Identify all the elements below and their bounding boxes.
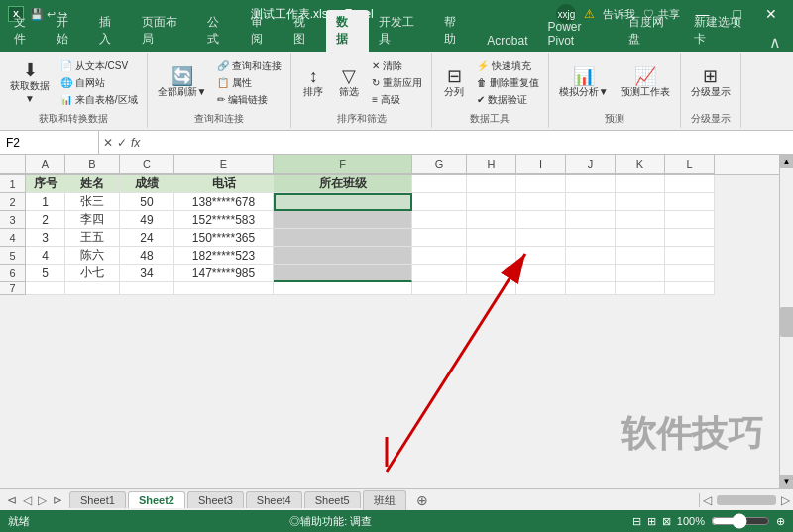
cell-k7[interactable] — [616, 282, 665, 295]
zoom-slider[interactable] — [711, 513, 770, 529]
cell-c7[interactable] — [120, 282, 174, 295]
tab-acrobat[interactable]: Acrobat — [477, 30, 537, 52]
cell-e2[interactable]: 138*****678 — [174, 193, 274, 211]
cell-i1[interactable] — [516, 175, 566, 193]
scroll-up[interactable]: ▲ — [780, 155, 794, 168]
advanced-btn[interactable]: ≡ 高级 — [369, 92, 425, 108]
add-sheet-btn[interactable]: ⊕ — [408, 490, 436, 510]
cell-i7[interactable] — [516, 282, 566, 295]
sort-btn[interactable]: ↕ 排序 — [297, 65, 329, 101]
properties-btn[interactable]: 📋 属性 — [214, 75, 284, 91]
zoom-in[interactable]: ⊕ — [776, 515, 785, 528]
cell-c6[interactable]: 34 — [120, 265, 174, 282]
cell-i3[interactable] — [516, 211, 566, 229]
outline-btn[interactable]: ⊞ 分级显示 — [687, 65, 735, 101]
cell-c3[interactable]: 49 — [120, 211, 174, 229]
cell-f3[interactable] — [274, 211, 412, 229]
cell-c4[interactable]: 24 — [120, 229, 174, 247]
cell-i5[interactable] — [516, 247, 566, 265]
cell-g2[interactable] — [412, 193, 467, 211]
view-page[interactable]: ⊠ — [662, 515, 671, 528]
tell-me[interactable]: 告诉我 — [603, 7, 635, 22]
col-header-i[interactable]: I — [516, 155, 566, 174]
cell-k2[interactable] — [616, 193, 665, 211]
cell-g6[interactable] — [412, 265, 467, 282]
sheet-prev-btn[interactable]: ◁ — [20, 493, 35, 507]
cell-b2[interactable]: 张三 — [65, 193, 120, 211]
cell-e7[interactable] — [174, 282, 274, 295]
view-normal[interactable]: ⊟ — [632, 515, 641, 528]
cell-l7[interactable] — [665, 282, 715, 295]
row-header-2[interactable]: 2 — [0, 193, 26, 211]
cell-j1[interactable] — [566, 175, 616, 193]
cell-g4[interactable] — [412, 229, 467, 247]
cell-c1[interactable]: 成绩 — [120, 175, 174, 193]
tab-review[interactable]: 审阅 — [241, 10, 283, 52]
cell-l2[interactable] — [665, 193, 715, 211]
tab-insert[interactable]: 插入 — [89, 10, 132, 52]
sheet-tab-banzhu[interactable]: 班组 — [363, 490, 406, 510]
from-table-btn[interactable]: 📊 来自表格/区域 — [57, 92, 141, 108]
cell-h4[interactable] — [467, 229, 516, 247]
horizontal-scrollbar[interactable]: ◁ ▷ — [699, 493, 793, 507]
cell-a1[interactable]: 序号 — [26, 175, 65, 193]
forecast-sheet-btn[interactable]: 📈 预测工作表 — [617, 65, 674, 101]
cell-f7[interactable] — [274, 282, 412, 295]
cancel-icon[interactable]: ✕ — [103, 136, 113, 150]
from-text-btn[interactable]: 📄 从文本/CSV — [57, 58, 141, 74]
cell-h7[interactable] — [467, 282, 516, 295]
clear-btn[interactable]: ✕ 清除 — [369, 58, 425, 74]
cell-b7[interactable] — [65, 282, 120, 295]
cell-e4[interactable]: 150*****365 — [174, 229, 274, 247]
scroll-down[interactable]: ▼ — [780, 475, 794, 488]
cell-l4[interactable] — [665, 229, 715, 247]
cell-reference[interactable]: F2 — [0, 131, 99, 154]
cell-i4[interactable] — [516, 229, 566, 247]
refresh-all-btn[interactable]: 🔄 全部刷新▼ — [154, 65, 211, 101]
tab-formula[interactable]: 公式 — [197, 10, 240, 52]
cell-l1[interactable] — [665, 175, 715, 193]
cell-h3[interactable] — [467, 211, 516, 229]
row-header-1[interactable]: 1 — [0, 175, 26, 193]
cell-e1[interactable]: 电话 — [174, 175, 274, 193]
col-header-j[interactable]: J — [566, 155, 616, 174]
scroll-left-btn[interactable]: ◁ — [700, 493, 715, 507]
cell-a3[interactable]: 2 — [26, 211, 65, 229]
row-header-3[interactable]: 3 — [0, 211, 26, 229]
cell-g5[interactable] — [412, 247, 467, 265]
cell-c5[interactable]: 48 — [120, 247, 174, 265]
tab-data[interactable]: 数据 — [326, 10, 369, 52]
cell-a5[interactable]: 4 — [26, 247, 65, 265]
reapply-btn[interactable]: ↻ 重新应用 — [369, 75, 425, 91]
cell-j7[interactable] — [566, 282, 616, 295]
cell-h5[interactable] — [467, 247, 516, 265]
cell-h2[interactable] — [467, 193, 516, 211]
sheet-tab-sheet2[interactable]: Sheet2 — [128, 491, 185, 508]
from-web-btn[interactable]: 🌐 自网站 — [57, 75, 141, 91]
close-button[interactable]: ✕ — [757, 0, 785, 28]
row-header-6[interactable]: 6 — [0, 265, 26, 282]
col-header-a[interactable]: A — [26, 155, 65, 174]
filter-btn[interactable]: ▽ 筛选 — [333, 65, 365, 101]
cell-k5[interactable] — [616, 247, 665, 265]
cell-b3[interactable]: 李四 — [65, 211, 120, 229]
cell-b1[interactable]: 姓名 — [65, 175, 120, 193]
cell-k3[interactable] — [616, 211, 665, 229]
scroll-right-btn[interactable]: ▷ — [778, 493, 793, 507]
cell-l3[interactable] — [665, 211, 715, 229]
sheet-tab-sheet5[interactable]: Sheet5 — [304, 491, 361, 508]
cell-c2[interactable]: 50 — [120, 193, 174, 211]
split-col-btn[interactable]: ⊟ 分列 — [438, 65, 470, 101]
col-header-c[interactable]: C — [120, 155, 174, 174]
ribbon-collapse[interactable]: ∧ — [761, 33, 789, 52]
cell-a2[interactable]: 1 — [26, 193, 65, 211]
cell-k6[interactable] — [616, 265, 665, 282]
sheet-next-btn[interactable]: ▷ — [35, 493, 50, 507]
col-header-k[interactable]: K — [616, 155, 665, 174]
flash-fill-btn[interactable]: ⚡ 快速填充 — [474, 58, 542, 74]
col-header-h[interactable]: H — [467, 155, 516, 174]
data-valid-btn[interactable]: ✔ 数据验证 — [474, 92, 542, 108]
sheet-first-btn[interactable]: ⊲ — [4, 493, 20, 507]
cell-b5[interactable]: 陈六 — [65, 247, 120, 265]
cell-j6[interactable] — [566, 265, 616, 282]
